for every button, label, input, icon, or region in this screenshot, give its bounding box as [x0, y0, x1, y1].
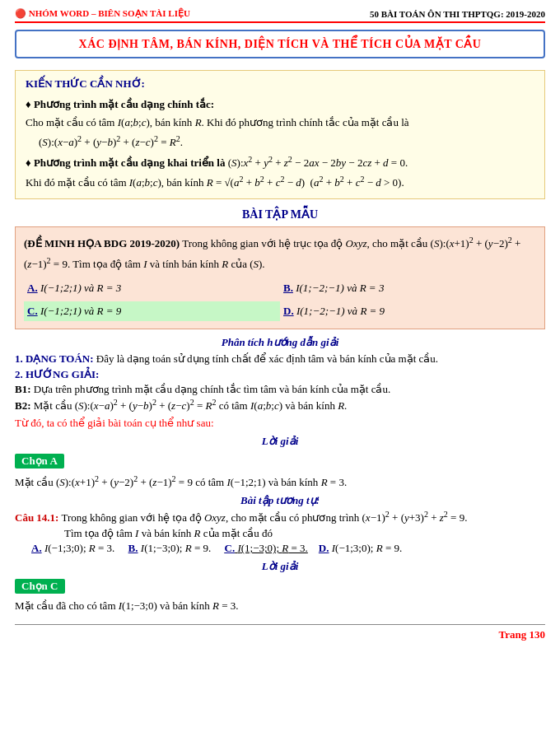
main-title-box: XÁC ĐỊNH TÂM, BÁN KÍNH, DIỆN TÍCH VÀ THỂ… [15, 30, 545, 58]
kt-line-3: (S):(x−a)2 + (y−b)2 + (z−c)2 = R2. [39, 132, 534, 152]
chon-c-label: Chọn C [15, 579, 65, 594]
loi-giai-2-title: Lời giải [15, 560, 545, 573]
ans-14-B: B. I(1;−3;0); R = 9. [128, 542, 222, 554]
b1-line: B1: Dựa trên phương trình mặt cầu dạng c… [15, 383, 545, 396]
kt-line-1: ♦ Phương trình mặt cầu dạng chính tắc: [26, 96, 534, 114]
answer-A-text: I(−1;2;1) và R = 3 [40, 282, 121, 294]
kien-thuc-box: KIẾN THỨC CẦN NHỚ: ♦ Phương trình mặt cầ… [15, 70, 545, 199]
ans-14-C: C. I(1;−3;0); R = 3. [225, 542, 308, 554]
de-minh-hoa-box: (ĐỀ MINH HỌA BDG 2019-2020) Trong không … [15, 226, 545, 329]
cau-14-answers: A. I(−1;3;0); R = 3. B. I(1;−3;0); R = 9… [31, 542, 545, 555]
tu-do-line: Từ đó, ta có thể giải bài toán cụ thể nh… [15, 417, 545, 430]
loi-giai-2-text: Mặt cầu đã cho có tâm I(1;−3;0) và bán k… [15, 599, 545, 613]
answer-row-1: A. I(−1;2;1) và R = 3 B. I(1;−2;−1) và R… [24, 277, 536, 300]
answer-C-text: I(−1;2;1) và R = 9 [40, 305, 121, 317]
kt-line-2: Cho mặt cầu có tâm I(a;b;c), bán kính R.… [26, 114, 534, 132]
dang-toan-line: 1. DẠNG TOÁN: Đây là dạng toán sử dụng t… [15, 352, 545, 366]
answer-A: A. I(−1;2;1) và R = 3 [24, 278, 280, 298]
section-bai-tap-title: BÀI TẬP MẪU [15, 207, 545, 221]
header-right: 50 BÀI TOÁN ÔN THI THPTQG: 2019-2020 [370, 9, 545, 19]
answer-C: C. I(−1;2;1) và R = 9 [24, 301, 280, 321]
b2-line: B2: Mặt cầu (S):(x−a)2 + (y−b)2 + (z−c)2… [15, 398, 545, 413]
de-label: (ĐỀ MINH HỌA BDG 2019-2020) [24, 238, 180, 250]
cau-14-subtext: Tìm tọa độ tâm I và bán kính R của mặt c… [64, 527, 545, 540]
answer-D-label: D. [283, 305, 294, 317]
answer-B-text: I(1;−2;−1) và R = 3 [296, 282, 384, 294]
de-minh-hoa-text: (ĐỀ MINH HỌA BDG 2019-2020) Trong không … [24, 233, 536, 273]
answer-C-label: C. [27, 305, 38, 317]
answer-B: B. I(1;−2;−1) và R = 3 [280, 278, 536, 298]
header-left: 🔴 NHÓM WORD – BIÊN SOẠN TÀI LIỆU [15, 8, 190, 19]
answer-D: D. I(1;−2;−1) và R = 9 [280, 301, 536, 321]
kt-line-4: ♦ Phương trình mặt cầu dạng khai triển l… [26, 152, 534, 172]
bai-tap-tuong-tu-title: Bài tập tương tự: [15, 494, 545, 507]
footer-page: Trang 130 [499, 628, 545, 641]
answer-D-text: I(1;−2;−1) và R = 9 [296, 305, 385, 317]
chon-a-label-wrapper: Chọn A [15, 450, 545, 472]
cau-14-block: Câu 14.1: Trong không gian với hệ tọa độ… [15, 510, 545, 525]
cau-14-text: Trong không gian với hệ tọa độ Oxyz, cho… [61, 511, 467, 524]
chon-a-label: Chọn A [15, 454, 64, 469]
ans-14-A: A. I(−1;3;0); R = 3. [31, 542, 125, 554]
phan-tich-title: Phân tích hướng dẫn giải [15, 336, 545, 349]
answer-row-2: C. I(−1;2;1) và R = 9 D. I(1;−2;−1) và R… [24, 300, 536, 323]
loi-giai-1-title: Lời giải [15, 435, 545, 448]
chon-c-label-wrapper: Chọn C [15, 576, 545, 597]
answer-B-label: B. [283, 282, 293, 294]
footer: Trang 130 [15, 624, 545, 641]
kien-thuc-title: KIẾN THỨC CẦN NHỚ: [26, 77, 534, 91]
ans-14-D: D. I(−1;3;0); R = 9. [310, 542, 402, 554]
loi-giai-1-text: Mặt cầu (S):(x+1)2 + (y−2)2 + (z−1)2 = 9… [15, 474, 545, 489]
huong-dan-title: 2. HƯỚNG GIẢI: [15, 368, 545, 381]
header-bar: 🔴 NHÓM WORD – BIÊN SOẠN TÀI LIỆU 50 BÀI … [15, 8, 545, 23]
answer-A-label: A. [27, 282, 38, 294]
main-title: XÁC ĐỊNH TÂM, BÁN KÍNH, DIỆN TÍCH VÀ THỂ… [79, 38, 482, 50]
kien-thuc-body: ♦ Phương trình mặt cầu dạng chính tắc: C… [26, 96, 534, 192]
kt-line-5: Khi đó mặt cầu có tâm I(a;b;c), bán kính… [26, 172, 534, 192]
cau-14-label: Câu 14.1: [15, 511, 58, 524]
